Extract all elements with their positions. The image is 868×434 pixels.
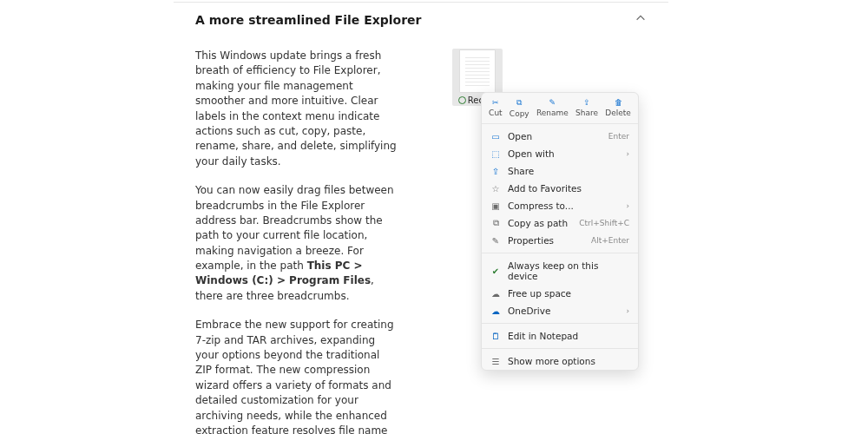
copy-path-icon: ⧉ xyxy=(490,218,501,228)
menu-item-free-up[interactable]: ☁Free up space xyxy=(482,285,638,302)
menu-item-onedrive[interactable]: ☁OneDrive› xyxy=(482,302,638,319)
onedrive-icon: ☁ xyxy=(490,306,501,316)
open-with-icon: ⬚ xyxy=(490,149,501,159)
article-body: This Windows update brings a fresh breat… xyxy=(195,49,397,434)
context-menu-illustration: Recipe ✂Cut ⧉Copy ✎Rename ⇪Share 🗑Delete… xyxy=(452,49,503,106)
context-menu: ✂Cut ⧉Copy ✎Rename ⇪Share 🗑Delete ▭OpenE… xyxy=(481,92,639,371)
section-title: A more streamlined File Explorer xyxy=(195,13,421,27)
cut-button[interactable]: ✂Cut xyxy=(489,98,503,118)
menu-item-add-favorites[interactable]: ☆Add to Favorites xyxy=(482,180,638,197)
chevron-right-icon: › xyxy=(626,201,629,210)
menu-item-properties[interactable]: ✎PropertiesAlt+Enter xyxy=(482,232,638,249)
cloud-icon: ☁ xyxy=(490,289,501,299)
share-button[interactable]: ⇪Share xyxy=(575,98,598,118)
cloud-check-icon: ✔ xyxy=(490,266,501,276)
divider xyxy=(174,2,668,3)
context-toolbar: ✂Cut ⧉Copy ✎Rename ⇪Share 🗑Delete xyxy=(482,93,638,120)
menu-item-always-keep[interactable]: ✔Always keep on this device xyxy=(482,257,638,285)
menu-item-edit-notepad[interactable]: 🗒Edit in Notepad xyxy=(482,327,638,345)
menu-item-show-more[interactable]: ☰Show more options xyxy=(482,352,638,370)
star-icon: ☆ xyxy=(490,184,501,194)
chevron-up-icon xyxy=(635,12,647,27)
chevron-right-icon: › xyxy=(626,306,629,315)
section-header[interactable]: A more streamlined File Explorer xyxy=(195,12,647,27)
chevron-right-icon: › xyxy=(626,149,629,158)
more-icon: ☰ xyxy=(490,357,501,366)
paragraph: You can now easily drag files between br… xyxy=(195,183,397,304)
copy-button[interactable]: ⧉Copy xyxy=(510,98,529,118)
rename-icon: ✎ xyxy=(549,98,556,107)
paragraph: This Windows update brings a fresh breat… xyxy=(195,49,397,169)
delete-icon: 🗑 xyxy=(615,98,622,107)
rename-button[interactable]: ✎Rename xyxy=(536,98,569,118)
paragraph: Embrace the new support for creating 7-z… xyxy=(195,318,397,434)
sync-status-icon xyxy=(458,96,466,104)
menu-separator xyxy=(482,323,638,324)
notepad-icon: 🗒 xyxy=(490,332,501,341)
open-icon: ▭ xyxy=(490,132,501,141)
document-icon xyxy=(459,49,496,93)
menu-item-share[interactable]: ⇪Share xyxy=(482,162,638,180)
share-icon: ⇪ xyxy=(490,167,501,176)
menu-separator xyxy=(482,253,638,253)
menu-item-open-with[interactable]: ⬚Open with› xyxy=(482,145,638,162)
share-icon: ⇪ xyxy=(583,98,590,107)
menu-item-copy-path[interactable]: ⧉Copy as pathCtrl+Shift+C xyxy=(482,214,638,232)
cut-icon: ✂ xyxy=(492,98,499,107)
menu-item-open[interactable]: ▭OpenEnter xyxy=(482,128,638,145)
delete-button[interactable]: 🗑Delete xyxy=(605,98,631,118)
compress-icon: ▣ xyxy=(490,201,501,211)
menu-item-compress[interactable]: ▣Compress to...› xyxy=(482,197,638,214)
menu-separator xyxy=(482,348,638,349)
menu-separator xyxy=(482,123,638,124)
copy-icon: ⧉ xyxy=(516,98,522,108)
properties-icon: ✎ xyxy=(490,236,501,246)
